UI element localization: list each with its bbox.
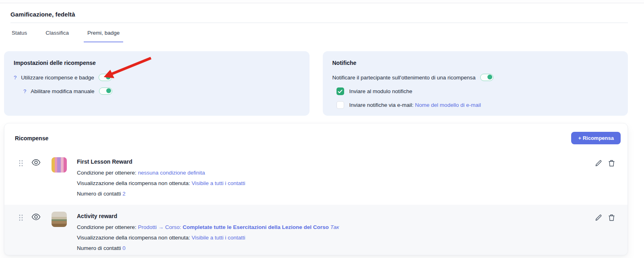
drag-handle-icon[interactable] xyxy=(19,214,23,221)
reward-thumbnail xyxy=(52,212,67,227)
reward-contacts-line: Numero di contatti 0 xyxy=(77,245,587,251)
tab-status[interactable]: Status xyxy=(8,24,31,42)
manual-edit-toggle[interactable] xyxy=(99,87,112,95)
eye-icon[interactable] xyxy=(31,213,41,221)
reward-actions xyxy=(595,214,615,221)
send-email-checkbox[interactable] xyxy=(336,101,344,109)
add-reward-button[interactable]: + Ricompensa xyxy=(571,132,621,144)
notify-participant-row: Notificare il partecipante sull'ottenime… xyxy=(332,74,619,81)
reward-thumbnail xyxy=(52,157,67,173)
gamification-page: Gamificazione, fedeltà Status Classifica… xyxy=(0,0,644,258)
reward-row: First Lesson Reward Condizione per otten… xyxy=(4,150,627,205)
edit-icon[interactable] xyxy=(595,160,602,167)
check-icon xyxy=(338,89,343,94)
page-header: Gamificazione, fedeltà xyxy=(0,3,644,23)
contacts-count-link[interactable]: 0 xyxy=(122,245,126,251)
condition-link[interactable]: nessuna condizione definita xyxy=(138,170,205,176)
reward-visibility-line: Visualizzazione della ricompensa non ott… xyxy=(77,235,587,241)
contacts-label: Numero di contatti xyxy=(77,191,121,197)
manual-edit-toggle-row: ? Abilitare modifica manuale xyxy=(23,87,300,95)
settings-panels: Impostazioni delle ricompense ? Utilizza… xyxy=(4,51,628,116)
send-email-label: Inviare notifiche via e-mail: xyxy=(349,102,414,108)
delete-icon[interactable] xyxy=(608,214,615,221)
notifications-panel: Notifiche Notificare il partecipante sul… xyxy=(323,51,628,116)
send-email-checkbox-row: Inviare notifiche via e-mail: Nome del m… xyxy=(336,101,619,109)
reward-contacts-line: Numero di contatti 2 xyxy=(77,191,587,197)
top-divider xyxy=(0,0,644,3)
condition-label: Condizione per ottenere: xyxy=(77,170,136,176)
tab-premi-badge[interactable]: Premi, badge xyxy=(84,24,123,42)
reward-condition-line: Condizione per ottenere: nessuna condizi… xyxy=(77,170,587,176)
notify-participant-label: Notificare il partecipante sull'ottenime… xyxy=(332,75,476,81)
reward-name: Activity reward xyxy=(77,213,587,219)
manual-edit-label: Abilitare modifica manuale xyxy=(31,88,94,94)
edit-icon[interactable] xyxy=(595,214,602,221)
rewards-title: Ricompense xyxy=(15,135,48,141)
contacts-count-link[interactable]: 2 xyxy=(122,191,126,197)
help-icon[interactable]: ? xyxy=(14,75,17,81)
reward-details: Activity reward Condizione per ottenere:… xyxy=(77,212,587,251)
delete-icon[interactable] xyxy=(608,160,615,167)
header-divider xyxy=(10,23,628,23)
page-title: Gamificazione, fedeltà xyxy=(10,11,628,18)
rewards-card: Ricompense + Ricompensa First Lesson Rew… xyxy=(4,123,628,255)
rewards-settings-panel: Impostazioni delle ricompense ? Utilizza… xyxy=(4,51,310,116)
send-module-checkbox-row: Inviare al modulo notifiche xyxy=(336,87,619,95)
use-rewards-toggle[interactable] xyxy=(99,74,112,81)
reward-name: First Lesson Reward xyxy=(77,158,587,165)
tab-bar: Status Classifica Premi, badge xyxy=(0,24,644,42)
contacts-label: Numero di contatti xyxy=(77,245,121,251)
eye-icon[interactable] xyxy=(31,159,41,166)
rewards-settings-title: Impostazioni delle ricompense xyxy=(14,60,300,66)
reward-row: Activity reward Condizione per ottenere:… xyxy=(4,205,627,255)
tab-classifica[interactable]: Classifica xyxy=(42,24,72,42)
rewards-card-header: Ricompense + Ricompensa xyxy=(4,123,627,150)
notifications-title: Notifiche xyxy=(332,60,619,66)
reward-actions xyxy=(595,160,615,167)
notify-participant-toggle[interactable] xyxy=(480,74,493,81)
condition-link[interactable]: Prodotti → Corso: xyxy=(138,224,181,230)
help-icon[interactable]: ? xyxy=(23,88,26,94)
drag-handle-icon[interactable] xyxy=(19,160,23,166)
visibility-link[interactable]: Visibile a tutti i contatti xyxy=(192,235,245,241)
reward-visibility-line: Visualizzazione della ricompensa non ott… xyxy=(77,180,587,186)
reward-details: First Lesson Reward Condizione per otten… xyxy=(77,157,587,197)
visibility-label: Visualizzazione della ricompensa non ott… xyxy=(77,235,190,241)
send-module-checkbox[interactable] xyxy=(336,87,344,95)
condition-label: Condizione per ottenere: xyxy=(77,224,136,230)
use-rewards-toggle-row: ? Utilizzare ricompense e badge xyxy=(14,74,300,81)
condition-suffix[interactable]: Так xyxy=(330,224,339,230)
email-template-link[interactable]: Nome del modello di e-mail xyxy=(415,102,481,108)
send-module-label: Inviare al modulo notifiche xyxy=(349,88,413,94)
condition-link-bold[interactable]: Completate tutte le Esercitazioni della … xyxy=(183,224,329,230)
visibility-link[interactable]: Visibile a tutti i contatti xyxy=(192,180,245,186)
use-rewards-label: Utilizzare ricompense e badge xyxy=(21,75,94,81)
reward-condition-line: Condizione per ottenere: Prodotti → Cors… xyxy=(77,224,587,230)
visibility-label: Visualizzazione della ricompensa non ott… xyxy=(77,180,190,186)
